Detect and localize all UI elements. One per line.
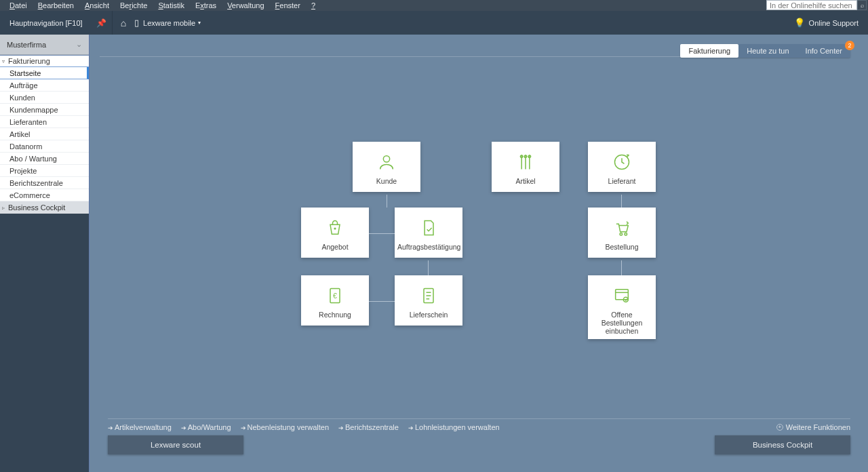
section-label: Business Cockpit <box>8 203 65 212</box>
toolbar: Hauptnavigation [F10] 📌 ⌂ ▯ Lexware mobi… <box>0 11 868 35</box>
link-weitere-funktionen[interactable]: + Weitere Funktionen <box>776 423 850 431</box>
article-icon <box>494 151 557 173</box>
sidebar-item-abo-wartung[interactable]: Abo / Wartung <box>0 153 89 165</box>
collapse-icon: ▹ <box>2 205 5 211</box>
online-support-label: Online Support <box>809 19 859 27</box>
tile-label: Bestellung <box>591 243 653 251</box>
lexware-scout-button[interactable]: Lexware scout <box>108 435 243 454</box>
sidebar-item-kundenmappe[interactable]: Kundenmappe <box>0 104 89 116</box>
expand-icon: ▿ <box>2 58 5 64</box>
tile-label: Angebot <box>304 243 366 251</box>
link-abo-wartung[interactable]: ➔Abo/Wartung <box>181 423 231 431</box>
tile-label: Kunde <box>355 177 418 185</box>
tile-label: Auftragsbestätigung <box>397 243 460 251</box>
connector <box>369 233 395 234</box>
svg-text:€: € <box>333 292 337 300</box>
customer-icon <box>355 151 418 173</box>
tab-info-center[interactable]: Info Center <box>797 44 850 58</box>
tab-heute-zu-tun[interactable]: Heute zu tun <box>738 44 797 58</box>
chevron-down-icon: ▾ <box>198 20 201 26</box>
menu-bar: Datei Bearbeiten Ansicht Berichte Statis… <box>0 0 868 11</box>
tile-label: Artikel <box>494 177 557 185</box>
link-artikelverwaltung[interactable]: ➔Artikelverwaltung <box>108 423 172 431</box>
help-search-button[interactable]: ⌕ <box>857 0 867 10</box>
tab-fakturierung[interactable]: Fakturierung <box>680 44 738 58</box>
hauptnavigation-label[interactable]: Hauptnavigation [F10] <box>0 11 91 35</box>
connector <box>387 195 387 208</box>
view-tabs: Fakturierung Heute zu tun Info Center <box>680 44 850 58</box>
tile-label: Rechnung <box>304 311 366 319</box>
link-nebenleistung[interactable]: ➔Nebenleistung verwalten <box>241 423 329 431</box>
svg-point-5 <box>620 233 623 236</box>
menu-datei[interactable]: Datei <box>4 1 33 10</box>
menu-berichte[interactable]: Berichte <box>115 1 153 10</box>
offer-icon <box>304 217 366 239</box>
svg-point-6 <box>625 233 627 236</box>
home-icon[interactable]: ⌂ <box>113 11 134 35</box>
menu-statistik[interactable]: Statistik <box>153 1 190 10</box>
help-search-input[interactable] <box>766 0 857 10</box>
tile-offene-bestellungen[interactable]: Offene Bestellungen einbuchen <box>588 275 656 339</box>
link-berichtszentrale[interactable]: ➔Berichtszentrale <box>338 423 399 431</box>
lexware-mobile-dropdown[interactable]: ▯ Lexware mobile ▾ <box>134 11 201 35</box>
sidebar-item-datanorm[interactable]: Datanorm <box>0 140 89 153</box>
sidebar-section-business-cockpit[interactable]: ▹ Business Cockpit <box>0 201 89 214</box>
order-confirmation-icon <box>397 217 460 239</box>
lightbulb-icon: 💡 <box>794 18 805 28</box>
invoice-icon: € <box>304 285 366 307</box>
connector <box>621 195 622 208</box>
tile-label: Offene Bestellungen einbuchen <box>591 311 653 335</box>
divider <box>108 418 850 419</box>
sidebar-item-lieferanten[interactable]: Lieferanten <box>0 116 89 128</box>
tile-label: Lieferschein <box>397 311 460 319</box>
info-center-badge: 2 <box>845 41 854 50</box>
chevron-down-icon: ⌄ <box>76 40 82 49</box>
sidebar-item-kunden[interactable]: Kunden <box>0 92 89 104</box>
delivery-note-icon <box>397 285 460 307</box>
tile-rechnung[interactable]: € Rechnung <box>301 275 369 326</box>
sidebar-item-artikel[interactable]: Artikel <box>0 128 89 140</box>
svg-rect-10 <box>616 290 629 300</box>
section-label: Fakturierung <box>8 57 50 65</box>
main-area: 2 Fakturierung Heute zu tun Info Center … <box>90 35 868 472</box>
menu-help[interactable]: ? <box>306 1 321 10</box>
supplier-icon <box>591 151 653 173</box>
tile-artikel[interactable]: Artikel <box>492 142 559 192</box>
book-orders-icon <box>591 285 653 307</box>
menu-verwaltung[interactable]: Verwaltung <box>222 1 269 10</box>
quick-links: ➔Artikelverwaltung ➔Abo/Wartung ➔Nebenle… <box>108 423 850 431</box>
company-selector[interactable]: Musterfirma ⌄ <box>0 35 89 55</box>
sidebar-item-auftraege[interactable]: Aufträge <box>0 79 89 92</box>
sidebar-item-startseite[interactable]: Startseite <box>0 67 89 79</box>
tile-angebot[interactable]: Angebot <box>301 208 369 258</box>
sidebar-item-ecommerce[interactable]: eCommerce <box>0 189 89 201</box>
tile-label: Lieferant <box>591 177 653 185</box>
svg-point-0 <box>383 156 389 162</box>
business-cockpit-button[interactable]: Business Cockpit <box>715 435 850 454</box>
mobile-icon: ▯ <box>134 18 139 28</box>
connector <box>621 260 622 275</box>
sidebar-item-berichtszentrale[interactable]: Berichtszentrale <box>0 177 89 189</box>
link-lohnleistungen[interactable]: ➔Lohnleistungen verwalten <box>408 423 500 431</box>
tile-auftragsbestaetigung[interactable]: Auftragsbestätigung <box>395 208 462 258</box>
online-support-button[interactable]: 💡 Online Support <box>787 11 865 35</box>
menu-bearbeiten[interactable]: Bearbeiten <box>33 1 79 10</box>
menu-fenster[interactable]: Fenster <box>270 1 306 10</box>
tile-lieferschein[interactable]: Lieferschein <box>395 275 462 326</box>
plus-icon: + <box>776 424 783 431</box>
menu-extras[interactable]: Extras <box>190 1 222 10</box>
sidebar-section-fakturierung[interactable]: ▿ Fakturierung <box>0 55 89 67</box>
lexware-mobile-label: Lexware mobile <box>143 19 195 27</box>
connector <box>428 260 429 275</box>
sidebar: Musterfirma ⌄ ▿ Fakturierung Startseite … <box>0 35 90 472</box>
order-icon <box>591 217 653 239</box>
pin-icon[interactable]: 📌 <box>91 11 113 35</box>
tile-bestellung[interactable]: Bestellung <box>588 208 656 258</box>
sidebar-item-projekte[interactable]: Projekte <box>0 165 89 177</box>
company-name: Musterfirma <box>7 41 46 49</box>
menu-ansicht[interactable]: Ansicht <box>79 1 115 10</box>
tile-kunde[interactable]: Kunde <box>353 142 420 192</box>
search-icon: ⌕ <box>861 2 864 9</box>
tile-lieferant[interactable]: Lieferant <box>588 142 656 192</box>
connector <box>369 301 395 302</box>
